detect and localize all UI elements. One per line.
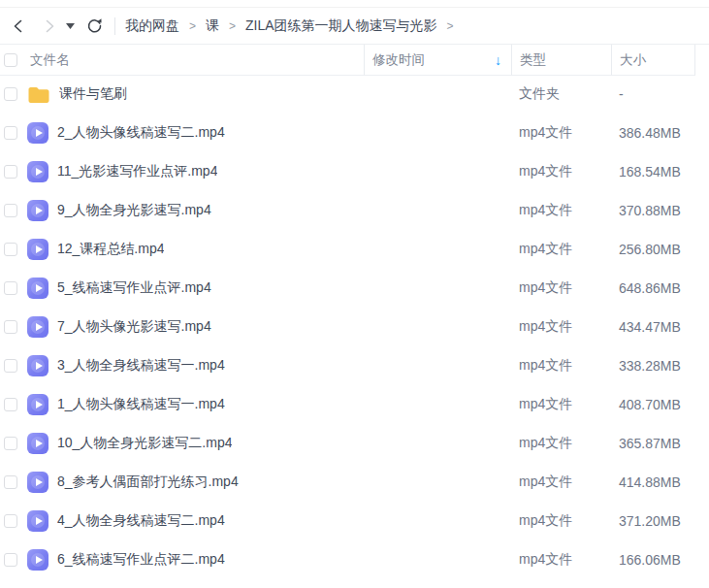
header-filename[interactable]: 文件名 [27,45,364,76]
video-file-icon [27,394,48,415]
row-checkbox[interactable] [4,281,17,295]
table-row[interactable]: 10_人物全身光影速写二.mp4 mp4文件 365.87MB [0,424,709,463]
row-checkbox[interactable] [4,514,17,528]
type-cell: mp4文件 [511,202,611,219]
row-checkbox[interactable] [4,475,17,489]
header-gutter [695,45,709,76]
type-cell: mp4文件 [511,124,611,142]
size-cell: 371.20MB [611,513,695,529]
type-cell: mp4文件 [511,474,611,491]
file-name[interactable]: 1_人物头像线稿速写一.mp4 [57,396,225,413]
table-row[interactable]: 12_课程总结.mp4 mp4文件 256.80MB [0,230,709,269]
video-file-icon [27,122,48,144]
row-checkbox[interactable] [4,87,17,101]
file-name[interactable]: 12_课程总结.mp4 [57,241,164,258]
video-file-icon [27,239,48,260]
size-cell: 434.47MB [611,319,695,335]
type-cell: mp4文件 [511,357,611,375]
breadcrumb-separator: > [229,19,236,33]
breadcrumb-separator: > [447,19,454,33]
refresh-icon[interactable] [81,14,107,39]
size-cell: 338.28MB [611,358,695,374]
navigation-toolbar: 我的网盘>课>ZILA团练第一期人物速写与光影> [0,7,709,44]
file-name[interactable]: 11_光影速写作业点评.mp4 [57,163,217,180]
folder-icon [27,85,50,104]
table-header: 文件名 修改时间 ↓ 类型 大小 [0,44,709,75]
type-cell: mp4文件 [511,241,611,258]
size-cell: 386.48MB [611,125,695,141]
toolbar-divider [114,17,115,35]
table-row[interactable]: 7_人物头像光影速写.mp4 mp4文件 434.47MB [0,308,709,346]
file-name[interactable]: 课件与笔刷 [59,85,127,103]
row-checkbox[interactable] [4,204,17,217]
table-row[interactable]: 6_线稿速写作业点评二.mp4 mp4文件 166.06MB [0,540,709,579]
file-list: 课件与笔刷 文件夹 - 2_人物头像线稿速写二.mp4 mp4文件 386.48… [0,75,709,579]
header-size[interactable]: 大小 [611,45,695,76]
video-file-icon [27,510,48,532]
back-button[interactable] [6,14,31,39]
table-row[interactable]: 2_人物头像线稿速写二.mp4 mp4文件 386.48MB [0,114,709,152]
file-name[interactable]: 10_人物全身光影速写二.mp4 [57,435,232,452]
row-checkbox[interactable] [4,359,17,373]
table-row[interactable]: 1_人物头像线稿速写一.mp4 mp4文件 408.70MB [0,385,709,424]
file-name[interactable]: 9_人物全身光影速写.mp4 [57,202,211,219]
size-cell: 414.88MB [611,474,695,490]
size-cell: 168.54MB [611,164,695,180]
type-cell: mp4文件 [511,163,611,180]
history-dropdown-caret[interactable] [62,14,78,39]
type-cell: mp4文件 [511,318,611,336]
table-row[interactable]: 9_人物全身光影速写.mp4 mp4文件 370.88MB [0,191,709,230]
type-cell: mp4文件 [511,512,611,530]
row-checkbox[interactable] [4,165,17,179]
table-row[interactable]: 4_人物全身线稿速写二.mp4 mp4文件 371.20MB [0,502,709,540]
video-file-icon [27,200,48,221]
table-row[interactable]: 3_人物全身线稿速写一.mp4 mp4文件 338.28MB [0,346,709,385]
table-row[interactable]: 课件与笔刷 文件夹 - [0,75,709,114]
breadcrumb-item[interactable]: 课 [206,17,219,35]
size-cell: 648.86MB [611,280,695,296]
breadcrumb-item[interactable]: 我的网盘 [125,17,179,35]
file-name[interactable]: 7_人物头像光影速写.mp4 [57,318,211,336]
video-file-icon [27,161,48,182]
video-file-icon [27,433,48,454]
file-name[interactable]: 3_人物全身线稿速写一.mp4 [57,357,225,375]
size-cell: 365.87MB [611,436,695,451]
video-file-icon [27,316,48,338]
size-cell: 408.70MB [611,397,695,412]
file-name[interactable]: 5_线稿速写作业点评.mp4 [57,279,211,297]
row-checkbox[interactable] [4,243,17,256]
table-row[interactable]: 8_参考人偶面部打光练习.mp4 mp4文件 414.88MB [0,463,709,502]
header-modified[interactable]: 修改时间 [372,51,425,69]
header-type[interactable]: 类型 [511,45,611,76]
row-checkbox[interactable] [4,126,17,140]
type-cell: mp4文件 [511,551,611,569]
type-cell: 文件夹 [511,85,611,103]
file-name[interactable]: 4_人物全身线稿速写二.mp4 [57,512,225,530]
file-name[interactable]: 8_参考人偶面部打光练习.mp4 [57,474,239,491]
table-row[interactable]: 11_光影速写作业点评.mp4 mp4文件 168.54MB [0,152,709,191]
sort-descending-icon[interactable]: ↓ [495,53,501,67]
type-cell: mp4文件 [511,435,611,452]
row-checkbox[interactable] [4,398,17,411]
video-file-icon [27,355,48,376]
file-name[interactable]: 6_线稿速写作业点评二.mp4 [57,551,225,569]
size-cell: 256.80MB [611,242,695,257]
size-cell: - [611,86,695,102]
video-file-icon [27,278,48,299]
forward-button[interactable] [37,14,62,39]
file-name[interactable]: 2_人物头像线稿速写二.mp4 [57,124,225,142]
video-file-icon [27,549,48,571]
select-all-checkbox[interactable] [4,53,17,67]
table-row[interactable]: 5_线稿速写作业点评.mp4 mp4文件 648.86MB [0,269,709,308]
breadcrumb-item[interactable]: ZILA团练第一期人物速写与光影 [245,17,437,35]
row-checkbox[interactable] [4,320,17,334]
row-checkbox[interactable] [4,437,17,450]
size-cell: 166.06MB [611,552,695,568]
type-cell: mp4文件 [511,396,611,413]
breadcrumb: 我的网盘>课>ZILA团练第一期人物速写与光影> [125,17,464,35]
video-file-icon [27,472,48,493]
type-cell: mp4文件 [511,279,611,297]
row-checkbox[interactable] [4,553,17,567]
size-cell: 370.88MB [611,203,695,218]
breadcrumb-separator: > [189,19,196,33]
